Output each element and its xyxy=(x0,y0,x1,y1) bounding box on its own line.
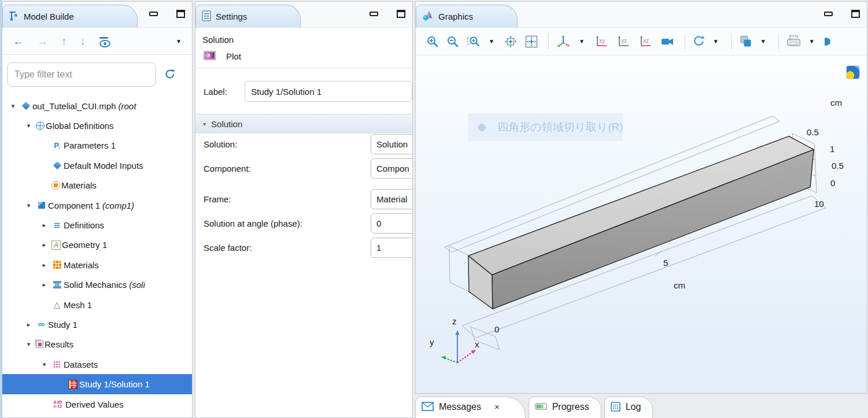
y-axis-tick: 0.5 xyxy=(807,127,819,137)
x-axis-label: x xyxy=(475,339,479,349)
expand-arrow-icon[interactable]: ▸ xyxy=(38,241,50,249)
expand-arrow-icon[interactable]: ▸ xyxy=(38,261,50,269)
tree-item-component-1[interactable]: ▾Component 1(comp1) xyxy=(2,195,192,215)
log-grid-icon xyxy=(611,402,620,414)
geometry-icon xyxy=(51,241,61,250)
tab-progress[interactable]: Progress xyxy=(529,397,601,418)
zoom-extents-all-icon[interactable] xyxy=(525,35,538,49)
rotate-view-icon[interactable] xyxy=(692,35,706,48)
dropdown-arrow-icon[interactable]: ▼ xyxy=(760,38,766,45)
zoom-extents-icon[interactable] xyxy=(504,35,517,48)
tree-item-solid-mechanics[interactable]: ▸Solid Mechanics(soli xyxy=(2,275,192,295)
minimize-button[interactable] xyxy=(370,12,378,16)
frame-select[interactable]: Material xyxy=(371,189,413,209)
dropdown-arrow-icon[interactable]: ▼ xyxy=(579,38,585,45)
component-select[interactable]: Compon xyxy=(371,158,413,179)
tree-item-datasets[interactable]: ▾Datasets xyxy=(2,354,192,374)
tab-log[interactable]: Log xyxy=(604,397,653,418)
dropdown-arrow-icon[interactable]: ▼ xyxy=(809,38,815,45)
progress-bar-icon xyxy=(535,402,547,412)
tree-item-materials[interactable]: ▸Materials xyxy=(2,255,192,275)
tab-model-builder[interactable]: Model Builde xyxy=(2,5,138,28)
tree-item-label: Solid Mechanics xyxy=(64,280,127,290)
collapse-arrow-icon: ▾ xyxy=(203,121,206,127)
tree-item-geometry-1[interactable]: ▸Geometry 1 xyxy=(2,235,192,255)
up-arrow-icon[interactable]: ↑ xyxy=(61,36,67,47)
down-arrow-icon[interactable]: ↓ xyxy=(80,36,86,47)
dropdown-arrow-icon[interactable]: ▼ xyxy=(489,38,494,45)
minimize-button[interactable] xyxy=(149,12,158,16)
back-arrow-icon[interactable]: ← xyxy=(13,36,24,47)
print-icon[interactable] xyxy=(786,35,801,48)
tree-item-global-definitions[interactable]: ▾Global Definitions xyxy=(2,116,192,135)
tab-label: Progress xyxy=(552,402,589,412)
transparency-icon[interactable] xyxy=(738,35,753,48)
tree-item-suffix: (soli xyxy=(129,280,145,290)
svg-text:xy: xy xyxy=(599,38,605,44)
z-axis-tick-min: 0 xyxy=(830,178,835,188)
partial-icon[interactable] xyxy=(825,35,831,48)
toolbar-menu-dropdown-icon[interactable]: ▼ xyxy=(176,38,182,45)
view-yz-icon[interactable]: yz xyxy=(616,35,631,48)
tab-title: Model Builde xyxy=(24,12,74,21)
y-axis-label: y xyxy=(430,337,434,347)
model-builder-panel: Model Builde ← → ↑ ↓ ▼ ▾out_Tutelial_CUI… xyxy=(2,1,193,418)
solution-dataset-icon xyxy=(67,379,78,389)
scale-factor-input[interactable]: 1 xyxy=(371,238,413,258)
tree-item-mesh-1[interactable]: Mesh 1 xyxy=(2,295,192,315)
expand-arrow-icon[interactable]: ▸ xyxy=(38,221,50,229)
maximize-button[interactable] xyxy=(176,10,185,18)
label-input[interactable] xyxy=(245,81,412,102)
show-hide-eye-icon[interactable] xyxy=(99,36,109,46)
close-tab-icon[interactable]: × xyxy=(494,402,500,412)
filter-input[interactable] xyxy=(7,62,156,87)
expand-arrow-icon[interactable]: ▸ xyxy=(23,321,35,328)
collapse-arrow-icon[interactable]: ▾ xyxy=(23,202,35,209)
ghost-menu-icon xyxy=(478,124,486,131)
tree-item-out-tutelial-cui-mph[interactable]: ▾out_Tutelial_CUI.mph(root xyxy=(2,96,192,116)
scene-light-icon[interactable] xyxy=(660,36,675,47)
tree-item-study-1[interactable]: ▸Study 1 xyxy=(2,315,192,334)
section-header-solution[interactable]: ▾ Solution xyxy=(195,114,412,134)
tree-item-definitions[interactable]: ▸Definitions xyxy=(2,215,192,235)
view-xy-icon[interactable]: xy xyxy=(594,35,609,48)
expand-arrow-icon[interactable]: ▸ xyxy=(38,281,50,288)
tree-item-label: Derived Values xyxy=(65,399,124,409)
plot-icon xyxy=(204,51,216,62)
zoom-box-icon[interactable] xyxy=(467,35,481,48)
collapse-arrow-icon[interactable]: ▾ xyxy=(7,102,19,110)
x-axis-tick-max: 10 xyxy=(814,199,824,209)
minimize-button[interactable] xyxy=(824,12,833,16)
zoom-in-icon[interactable] xyxy=(426,35,439,48)
forward-arrow-icon[interactable]: → xyxy=(37,36,48,47)
comsol-logo-icon[interactable] xyxy=(846,65,860,79)
view-xz-icon[interactable]: xz xyxy=(638,35,653,48)
svg-text:yz: yz xyxy=(621,38,627,44)
refresh-icon[interactable] xyxy=(164,68,176,82)
plot-button[interactable]: Plot xyxy=(195,46,412,68)
tree-item-default-model-inputs[interactable]: Default Model Inputs xyxy=(2,156,192,175)
default-3d-view-icon[interactable] xyxy=(556,35,571,49)
collapse-arrow-icon[interactable]: ▾ xyxy=(38,361,50,368)
tab-messages[interactable]: Messages× xyxy=(415,397,526,418)
collapse-arrow-icon[interactable]: ▾ xyxy=(23,341,35,348)
tab-settings[interactable]: Settings xyxy=(195,5,301,28)
tree-item-parameters-1[interactable]: Parameters 1 xyxy=(2,136,192,156)
solution-at-angle-input[interactable]: 0 xyxy=(371,213,413,234)
tree-item-materials[interactable]: Materials xyxy=(2,176,192,195)
solution-select[interactable]: Solution xyxy=(371,134,413,154)
tree-item-study-1-solution-1[interactable]: Study 1/Solution 1 xyxy=(2,374,192,394)
tree-item-results[interactable]: ▾Results xyxy=(2,335,192,354)
maximize-button[interactable] xyxy=(397,10,405,18)
tab-graphics[interactable]: Graphics xyxy=(416,5,518,28)
collapse-arrow-icon[interactable]: ▾ xyxy=(23,122,35,130)
zoom-out-icon[interactable] xyxy=(446,35,459,48)
graphics-viewport[interactable]: 四角形の領域切り取り(R) cm 0.5 1 0.5 0 10 5 cm 0 z… xyxy=(416,56,867,393)
dropdown-arrow-icon[interactable]: ▼ xyxy=(713,38,719,45)
maximize-button[interactable] xyxy=(851,10,860,18)
tree-item-label: Mesh 1 xyxy=(64,300,92,310)
tree-item-derived-values[interactable]: Derived Values xyxy=(2,394,192,414)
x-axis-tick-min: 0 xyxy=(494,324,499,334)
z-axis-label: z xyxy=(452,316,457,326)
globe-icon xyxy=(36,121,45,130)
